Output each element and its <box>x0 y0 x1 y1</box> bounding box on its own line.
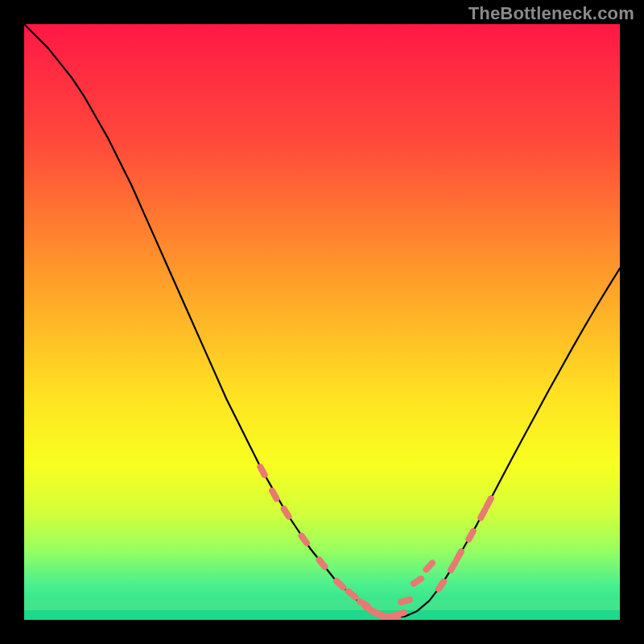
curve-marker <box>302 536 307 543</box>
plot-area <box>24 24 620 620</box>
curve-marker <box>414 579 421 584</box>
curve-marker <box>451 563 456 570</box>
watermark-text: TheBottleneck.com <box>469 3 634 24</box>
curve-marker <box>272 491 276 499</box>
curve-marker <box>439 582 444 589</box>
curve-layer <box>24 24 620 620</box>
curve-marker <box>349 592 356 597</box>
bottleneck-curve <box>24 24 620 617</box>
curve-marker <box>284 509 289 516</box>
curve-marker <box>260 467 264 475</box>
curve-marker <box>481 510 485 518</box>
chart-stage: TheBottleneck.com <box>0 0 644 644</box>
curve-marker <box>457 551 461 559</box>
curve-marker <box>469 531 473 539</box>
curve-marker <box>487 498 491 506</box>
curve-marker <box>427 563 432 569</box>
curve-marker <box>320 559 325 567</box>
marker-group <box>260 467 490 617</box>
curve-marker <box>336 581 343 588</box>
curve-marker <box>395 613 404 615</box>
curve-marker <box>401 600 410 602</box>
